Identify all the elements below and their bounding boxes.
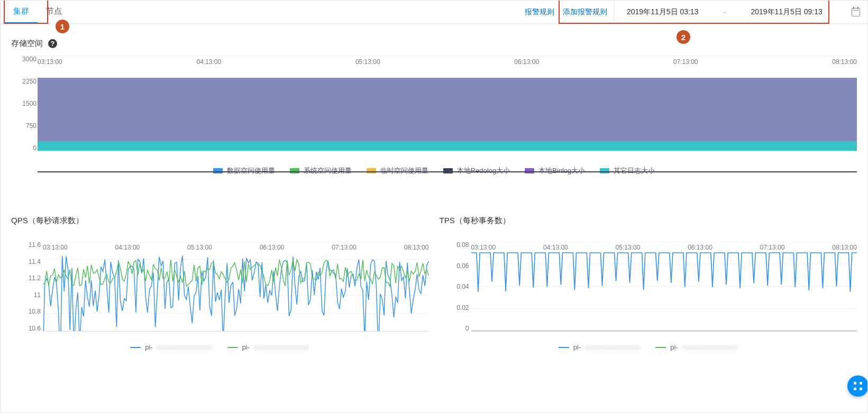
storage-chart: 3000 2250 1500 750 0 03:13:00 04:13:00	[11, 56, 857, 176]
storage-ytick-0: 0	[11, 145, 36, 151]
tps-legend: pi-xxxxxxxxxxxxxx pi-xxxxxxxxxxxxxx	[440, 343, 857, 351]
qps-ytick-0: 10.6	[11, 325, 41, 332]
calendar-icon[interactable]	[852, 8, 860, 16]
grid-icon	[853, 381, 863, 391]
qps-legend-s1-blur: xxxxxxxxxxxxxx	[157, 343, 213, 351]
storage-layer-topline	[38, 171, 857, 172]
legend-system-space-label: 系统空间使用量	[304, 166, 352, 176]
svg-rect-12	[854, 382, 856, 384]
qps-legend-s1-label: pi-	[145, 343, 152, 351]
qps-title: QPS（每秒请求数）	[11, 216, 429, 226]
storage-y-axis: 3000 2250 1500 750 0	[11, 56, 36, 151]
app-grid-fab[interactable]	[847, 375, 868, 397]
tps-legend-s2-label: pi-	[670, 343, 678, 351]
legend-local-binlog-label: 本地Binlog大小	[538, 166, 585, 176]
legend-system-space[interactable]: 系统空间使用量	[290, 166, 352, 176]
storage-layer-redolog	[38, 78, 857, 141]
date-range-to: 2019年11月5日 09:13	[751, 7, 822, 17]
legend-data-space[interactable]: 数据空间使用量	[213, 166, 275, 176]
qps-ytick-2: 11	[11, 292, 41, 298]
svg-rect-15	[860, 388, 862, 390]
storage-legend: 数据空间使用量 系统空间使用量 临时空间使用量 本地Redolog大小 本地Bi…	[11, 166, 857, 176]
tps-ytick-0: 0	[440, 325, 469, 332]
legend-other-log[interactable]: 其它日志大小	[600, 166, 655, 176]
svg-rect-13	[860, 382, 862, 384]
qps-ytick-3: 11.2	[11, 275, 41, 281]
tps-panel: TPS（每秒事务数） 0.08 0.06 0.04 0.02 0	[440, 216, 857, 351]
tab-cluster[interactable]: 集群	[5, 0, 38, 23]
help-icon[interactable]: ?	[48, 39, 57, 48]
legend-temp-space-label: 临时空间使用量	[380, 166, 428, 176]
tab-node[interactable]: 节点	[38, 0, 70, 23]
add-alarm-rule-link[interactable]: 添加报警规则	[563, 7, 607, 17]
legend-local-redolog[interactable]: 本地Redolog大小	[443, 166, 510, 176]
qps-legend: pi-xxxxxxxxxxxxxx pi-xxxxxxxxxxxxxx	[11, 343, 429, 351]
tps-chart: 0.08 0.06 0.04 0.02 0 03:13:00 04:13:00	[440, 242, 857, 332]
storage-layer-other-log	[38, 141, 857, 151]
qps-ytick-1: 10.8	[11, 308, 41, 315]
tps-ytick-1: 0.02	[440, 305, 469, 311]
qps-legend-s2[interactable]: pi-xxxxxxxxxxxxxx	[227, 343, 309, 351]
legend-local-redolog-label: 本地Redolog大小	[457, 166, 510, 176]
qps-y-axis: 11.6 11.4 11.2 11 10.8 10.6	[11, 242, 41, 332]
date-range-picker[interactable]: 2019年11月5日 03:13 - 2019年11月5日 09:13	[614, 1, 867, 23]
qps-ytick-4: 11.4	[11, 259, 41, 265]
tps-legend-s1-label: pi-	[573, 343, 581, 351]
charts-row: QPS（每秒请求数） 11.6 11.4 11.2 11 10.8 10.6	[11, 216, 857, 351]
legend-temp-space[interactable]: 临时空间使用量	[367, 166, 428, 176]
qps-ytick-5: 11.6	[11, 242, 41, 248]
header-bar: 集群 节点 报警规则 添加报警规则 2019年11月5日 03:13 - 201…	[1, 1, 867, 24]
legend-data-space-label: 数据空间使用量	[227, 166, 275, 176]
tps-ytick-2: 0.04	[440, 283, 469, 290]
header-links: 报警规则 添加报警规则	[525, 1, 614, 23]
storage-ytick-2: 1500	[11, 100, 36, 107]
tps-ytick-3: 0.06	[440, 263, 469, 269]
qps-legend-s1[interactable]: pi-xxxxxxxxxxxxxx	[130, 343, 212, 351]
qps-panel: QPS（每秒请求数） 11.6 11.4 11.2 11 10.8 10.6	[11, 216, 429, 351]
qps-legend-s2-blur: xxxxxxxxxxxxxx	[254, 343, 309, 351]
section-title-storage: 存储空间 ?	[11, 39, 867, 49]
qps-legend-s2-label: pi-	[242, 343, 250, 351]
tps-legend-s2-blur: xxxxxxxxxxxxxx	[682, 343, 738, 351]
tps-legend-s1-blur: xxxxxxxxxxxxxx	[585, 343, 641, 351]
tps-ytick-4: 0.08	[440, 242, 469, 248]
tps-plot-area[interactable]	[471, 242, 857, 332]
date-range-separator: -	[721, 8, 728, 16]
storage-ytick-3: 2250	[11, 78, 36, 85]
date-range-from: 2019年11月5日 03:13	[627, 7, 698, 17]
storage-ytick-4: 3000	[11, 56, 36, 62]
qps-chart: 11.6 11.4 11.2 11 10.8 10.6 03:13:00	[11, 242, 429, 332]
tps-legend-s2[interactable]: pi-xxxxxxxxxxxxxx	[655, 343, 737, 351]
tps-title: TPS（每秒事务数）	[440, 216, 857, 226]
svg-rect-14	[854, 388, 856, 390]
qps-plot-area[interactable]	[43, 242, 429, 332]
tps-legend-s1[interactable]: pi-xxxxxxxxxxxxxx	[559, 343, 641, 351]
section-title-storage-label: 存储空间	[11, 39, 43, 49]
storage-plot-area[interactable]	[38, 56, 857, 151]
monitor-page: 1 2 集群 节点 报警规则 添加报警规则 2019年11月5日 03:13 -…	[0, 0, 868, 413]
storage-ytick-1: 750	[11, 123, 36, 129]
alarm-rules-link[interactable]: 报警规则	[525, 7, 554, 17]
tab-bar: 集群 节点	[5, 1, 70, 23]
legend-local-binlog[interactable]: 本地Binlog大小	[525, 166, 585, 176]
tps-y-axis: 0.08 0.06 0.04 0.02 0	[440, 242, 469, 332]
legend-other-log-label: 其它日志大小	[614, 166, 655, 176]
